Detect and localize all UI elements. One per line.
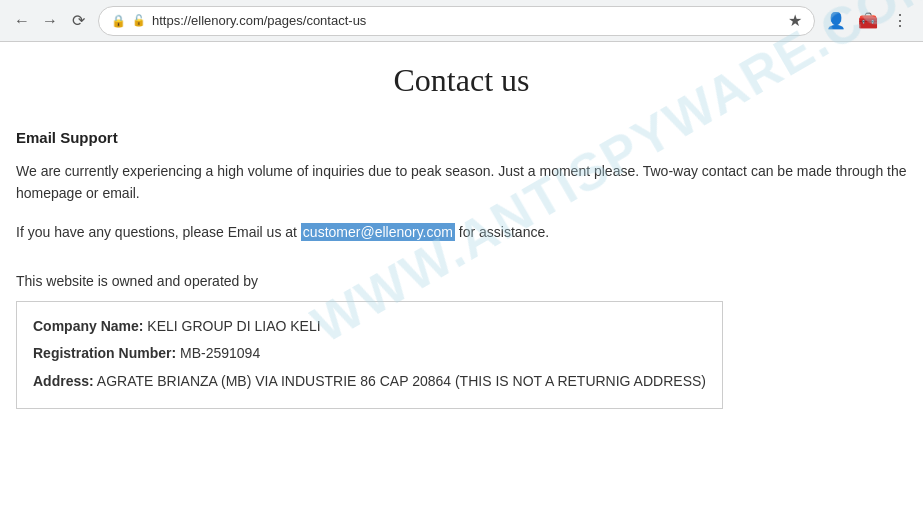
company-name-row: Company Name: KELI GROUP DI LIAO KELI [33,314,706,339]
company-info-box: Company Name: KELI GROUP DI LIAO KELI Re… [16,301,723,409]
browser-toolbar: ← → ⟳ 🔒 🔓 https://ellenory.com/pages/con… [0,0,923,42]
browser-actions: 👤 🧰 ⋮ [823,8,913,34]
registration-row: Registration Number: MB-2591094 [33,341,706,366]
email-prompt-before: If you have any questions, please Email … [16,224,301,240]
address-row: Address: AGRATE BRIANZA (MB) VIA INDUSTR… [33,369,706,394]
url-display[interactable]: https://ellenory.com/pages/contact-us [152,13,782,28]
lock-icon: 🔓 [132,14,146,27]
shield-icon: 🔒 [111,14,126,28]
forward-button[interactable]: → [38,9,62,33]
address-label: Address: [33,373,94,389]
nav-buttons: ← → ⟳ [10,9,90,33]
page-title: Contact us [16,62,907,99]
registration-value: MB-2591094 [180,345,260,361]
extensions-button[interactable]: 🧰 [855,8,881,34]
email-link[interactable]: customer@ellenory.com [301,223,455,241]
company-name-label: Company Name: [33,318,143,334]
email-prompt-after: for assistance. [455,224,549,240]
bookmark-icon[interactable]: ★ [788,11,802,30]
ownership-intro: This website is owned and operated by [16,273,907,289]
email-section-heading: Email Support [16,129,907,146]
address-value: AGRATE BRIANZA (MB) VIA INDUSTRIE 86 CAP… [97,373,706,389]
more-options-button[interactable]: ⋮ [887,8,913,34]
company-name-value: KELI GROUP DI LIAO KELI [147,318,320,334]
page-content: Contact us Email Support We are currentl… [0,42,923,513]
address-bar: 🔒 🔓 https://ellenory.com/pages/contact-u… [98,6,815,36]
email-contact-line: If you have any questions, please Email … [16,221,907,243]
profile-button[interactable]: 👤 [823,8,849,34]
email-section-paragraph: We are currently experiencing a high vol… [16,160,907,205]
back-button[interactable]: ← [10,9,34,33]
reload-button[interactable]: ⟳ [66,9,90,33]
registration-label: Registration Number: [33,345,176,361]
